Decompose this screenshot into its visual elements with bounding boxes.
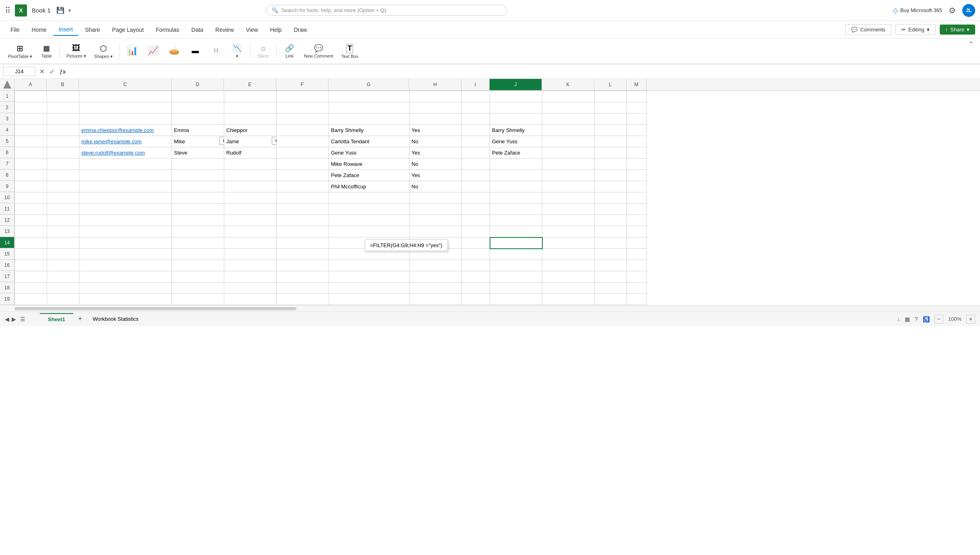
cell-J1[interactable]	[490, 91, 542, 102]
cell-E18[interactable]	[224, 283, 277, 294]
cell-K11[interactable]	[542, 204, 595, 215]
col-header-m[interactable]: M	[626, 79, 647, 90]
cell-K2[interactable]	[542, 102, 595, 113]
cell-A16[interactable]	[15, 260, 47, 271]
cell-B12[interactable]	[47, 215, 79, 226]
cell-H11[interactable]	[409, 204, 462, 215]
cell-A13[interactable]	[15, 226, 47, 237]
cell-D17[interactable]	[172, 271, 224, 283]
cell-E7[interactable]	[224, 159, 277, 170]
row-header-16[interactable]: 16	[0, 260, 14, 271]
cell-B16[interactable]	[47, 260, 79, 271]
row-header-17[interactable]: 17	[0, 271, 14, 282]
cell-E9[interactable]	[224, 181, 277, 192]
cell-J10[interactable]	[490, 192, 542, 204]
cell-C14[interactable]	[79, 237, 172, 249]
cell-L12[interactable]	[595, 215, 627, 226]
cell-A12[interactable]	[15, 215, 47, 226]
cell-I12[interactable]	[462, 215, 490, 226]
cell-I3[interactable]	[462, 113, 490, 125]
new-comment-button[interactable]: 💬 New Comment	[301, 42, 337, 60]
cell-J7[interactable]	[490, 159, 542, 170]
cell-K13[interactable]	[542, 226, 595, 237]
cell-K6[interactable]	[542, 147, 595, 159]
line-chart-button[interactable]: 📈	[144, 44, 163, 58]
cell-H5[interactable]: No	[409, 136, 462, 147]
cell-A3[interactable]	[15, 113, 47, 125]
cell-L8[interactable]	[595, 170, 627, 181]
cell-C8[interactable]	[79, 170, 172, 181]
cell-J8[interactable]	[490, 170, 542, 181]
cell-reference-input[interactable]: J14	[3, 67, 35, 76]
cell-D5[interactable]: Mike CTRL E	[172, 136, 224, 147]
cell-M14[interactable]	[627, 237, 647, 249]
cell-L14[interactable]	[595, 237, 627, 249]
cell-C13[interactable]	[79, 226, 172, 237]
cell-G6[interactable]: Gene Yuss	[329, 147, 409, 159]
cell-J17[interactable]	[490, 271, 542, 283]
save-icon[interactable]: 💾	[56, 6, 64, 14]
cell-B14[interactable]	[47, 237, 79, 249]
cell-B8[interactable]	[47, 170, 79, 181]
cell-M7[interactable]	[627, 159, 647, 170]
cell-D13[interactable]	[172, 226, 224, 237]
col-header-e[interactable]: E	[224, 79, 276, 90]
cell-L6[interactable]	[595, 147, 627, 159]
cell-C3[interactable]: Email	[79, 113, 172, 125]
cell-E12[interactable]	[224, 215, 277, 226]
horizontal-scrollbar[interactable]	[0, 305, 980, 312]
cell-G12[interactable]	[329, 215, 409, 226]
cell-J18[interactable]	[490, 283, 542, 294]
row-header-9[interactable]: 9	[0, 181, 14, 192]
cell-C9[interactable]	[79, 181, 172, 192]
cell-G1[interactable]	[329, 91, 409, 102]
cell-C10[interactable]	[79, 192, 172, 204]
cell-H18[interactable]	[409, 283, 462, 294]
cell-E2[interactable]	[224, 102, 277, 113]
cell-G13[interactable]	[329, 226, 409, 237]
col-header-c[interactable]: C	[79, 79, 172, 90]
row-header-13[interactable]: 13	[0, 226, 14, 237]
cell-K10[interactable]	[542, 192, 595, 204]
cell-G9[interactable]: Phil Mccofficup	[329, 181, 409, 192]
cell-J16[interactable]	[490, 260, 542, 271]
add-sheet-button[interactable]: +	[78, 315, 83, 323]
cell-E8[interactable]	[224, 170, 277, 181]
row-header-18[interactable]: 18	[0, 282, 14, 293]
comments-button[interactable]: 💬 Comments	[845, 24, 891, 35]
cell-K17[interactable]	[542, 271, 595, 283]
cell-H16[interactable]	[409, 260, 462, 271]
cell-I19[interactable]	[462, 294, 490, 305]
insert-function-icon[interactable]: ƒx	[58, 68, 68, 76]
cell-F17[interactable]	[277, 271, 329, 283]
cell-G4[interactable]: Barry Shmelly	[329, 125, 409, 136]
cell-F2[interactable]	[277, 102, 329, 113]
ms365-button[interactable]: ◇ Buy Microsoft 365	[893, 6, 942, 14]
cell-F6[interactable]	[277, 147, 329, 159]
cell-G8[interactable]: Pete Zaface	[329, 170, 409, 181]
cell-M13[interactable]	[627, 226, 647, 237]
cell-H10[interactable]	[409, 192, 462, 204]
next-sheet-icon[interactable]: ▶	[12, 316, 16, 322]
cell-J14[interactable]	[490, 237, 542, 249]
cell-E4[interactable]: Chieppor	[224, 125, 277, 136]
more-charts-button[interactable]: 📉 ▾	[227, 42, 247, 60]
text-box-button[interactable]: T Text Box	[338, 42, 362, 60]
cell-D15[interactable]	[172, 249, 224, 260]
cell-E19[interactable]	[224, 294, 277, 305]
pivot-table-button[interactable]: ⊞ PivotTable ▾	[5, 42, 35, 61]
cell-M8[interactable]	[627, 170, 647, 181]
cell-G2[interactable]	[329, 102, 409, 113]
col-header-g[interactable]: G	[329, 79, 409, 90]
cell-M9[interactable]	[627, 181, 647, 192]
shapes-button[interactable]: ⬡ Shapes ▾	[91, 42, 116, 61]
row-header-10[interactable]: 10	[0, 192, 14, 203]
cell-A17[interactable]	[15, 271, 47, 283]
cell-L7[interactable]	[595, 159, 627, 170]
cell-C5[interactable]: mike.jame@example.com	[79, 136, 172, 147]
cell-D1[interactable]	[172, 91, 224, 102]
menu-item-data[interactable]: Data	[186, 24, 209, 35]
cell-D2[interactable]	[172, 102, 224, 113]
cell-F8[interactable]	[277, 170, 329, 181]
cell-L17[interactable]	[595, 271, 627, 283]
